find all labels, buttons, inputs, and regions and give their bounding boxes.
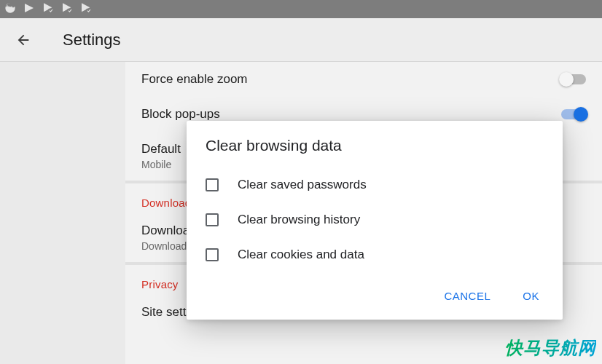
checkbox-unchecked-icon[interactable] <box>206 213 219 226</box>
checkbox-label: Clear cookies and data <box>238 248 364 262</box>
clear-browsing-data-dialog: Clear browsing data Clear saved password… <box>187 121 563 320</box>
checkbox-unchecked-icon[interactable] <box>206 248 219 261</box>
ok-button[interactable]: OK <box>517 285 545 306</box>
dialog-title: Clear browsing data <box>187 121 563 167</box>
checkbox-label: Clear browsing history <box>238 213 360 227</box>
watermark: 快马导航网 <box>505 336 596 360</box>
dialog-option-passwords[interactable]: Clear saved passwords <box>206 167 544 202</box>
checkbox-unchecked-icon[interactable] <box>206 178 219 191</box>
dialog-option-history[interactable]: Clear browsing history <box>206 202 544 237</box>
dialog-option-cookies[interactable]: Clear cookies and data <box>206 237 544 272</box>
cancel-button[interactable]: CANCEL <box>438 285 496 306</box>
checkbox-label: Clear saved passwords <box>238 178 367 192</box>
